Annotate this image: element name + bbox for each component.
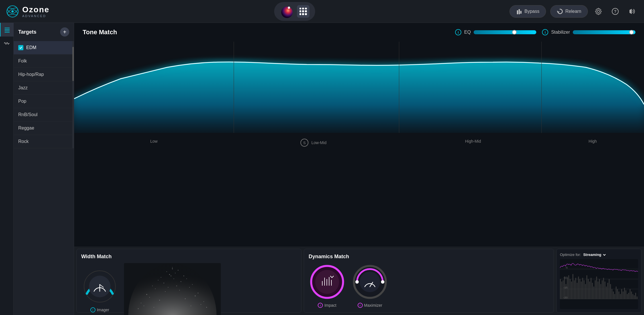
list-item[interactable]: EDM: [14, 41, 74, 54]
imager-info-icon[interactable]: i: [90, 307, 95, 312]
scrollbar[interactable]: [72, 41, 74, 148]
stabilizer-slider-thumb[interactable]: [629, 30, 634, 35]
tone-match-header: Tone Match i EQ i Stabilizer: [74, 23, 644, 42]
eq-slider[interactable]: [474, 30, 536, 34]
svg-point-9: [597, 10, 600, 13]
imager-knob-svg: [81, 268, 118, 305]
stabilizer-info-icon[interactable]: i: [542, 29, 548, 35]
s-badge: S: [300, 139, 308, 147]
svg-point-56: [191, 306, 191, 306]
s-badge-container: S Low-Mid: [300, 139, 326, 147]
grid-view-button[interactable]: [297, 5, 309, 18]
eq-info-icon[interactable]: i: [455, 29, 461, 35]
svg-point-28: [146, 294, 147, 295]
audio-icon-button[interactable]: [626, 5, 638, 18]
target-item-label: Jazz: [18, 85, 28, 90]
impact-knob-container: i Impact: [309, 263, 346, 308]
svg-point-25: [184, 276, 184, 276]
svg-rect-116: [616, 286, 617, 299]
svg-rect-129: [634, 295, 635, 299]
svg-rect-76: [560, 279, 561, 299]
list-item[interactable]: Hip-hop/Rap: [14, 68, 74, 81]
svg-rect-82: [568, 275, 569, 299]
svg-rect-125: [628, 293, 629, 299]
svg-point-37: [175, 273, 176, 273]
svg-point-54: [185, 298, 186, 299]
add-target-button[interactable]: +: [60, 27, 69, 37]
sidebar-tab-list[interactable]: [0, 23, 14, 37]
dynamics-match-title: Dynamics Match: [309, 254, 549, 260]
svg-point-36: [169, 274, 170, 275]
optimize-header: Optimize for: Streaming: [560, 253, 638, 257]
freq-label-high: High: [589, 139, 597, 144]
svg-rect-124: [627, 294, 628, 299]
logo-area: Ozone ADVANCED: [6, 5, 80, 18]
freq-label-low: Low: [150, 139, 158, 144]
svg-rect-91: [581, 282, 582, 299]
svg-point-35: [186, 278, 187, 279]
settings-button[interactable]: [592, 5, 605, 18]
sidebar-tab-waves[interactable]: [0, 37, 14, 50]
svg-rect-127: [631, 292, 632, 299]
gear-icon: [595, 8, 602, 15]
target-item-label: Folk: [18, 58, 27, 63]
svg-point-50: [176, 286, 177, 286]
list-item[interactable]: RnB/Soul: [14, 108, 74, 122]
impact-knob[interactable]: [309, 263, 346, 300]
svg-rect-120: [621, 289, 622, 299]
list-item[interactable]: Rock: [14, 135, 74, 148]
relearn-button[interactable]: Relearn: [550, 5, 588, 18]
eq-chart: Low S Low-Mid High-Mid High: [74, 42, 644, 139]
svg-point-41: [189, 287, 190, 288]
svg-rect-115: [614, 294, 615, 299]
impact-label-group: i Impact: [318, 303, 336, 308]
imager-knob[interactable]: [81, 268, 118, 305]
eq-slider-thumb[interactable]: [512, 30, 517, 35]
svg-point-49: [168, 287, 168, 288]
maximizer-knob-svg: [351, 263, 388, 300]
svg-point-22: [166, 271, 167, 272]
svg-point-52: [179, 290, 180, 290]
maximizer-knob-container: i Maximizer: [351, 263, 388, 308]
header-center: [85, 2, 504, 21]
list-item[interactable]: Folk: [14, 54, 74, 68]
svg-point-53: [159, 300, 160, 301]
eq-label: EQ: [464, 30, 471, 35]
stabilizer-control-group: i Stabilizer: [542, 29, 635, 35]
scrollbar-thumb[interactable]: [72, 47, 74, 81]
target-list: EDM Folk Hip-hop/Rap Jazz Pop: [14, 41, 74, 148]
svg-point-30: [141, 303, 141, 303]
svg-rect-92: [582, 278, 583, 299]
svg-rect-100: [593, 286, 594, 299]
bypass-button[interactable]: Bypass: [510, 5, 546, 18]
color-orb-button[interactable]: [280, 4, 294, 19]
maximizer-label: Maximizer: [364, 303, 382, 308]
stabilizer-slider[interactable]: [573, 30, 635, 34]
impact-knob-svg: [309, 263, 346, 300]
ozone-logo-icon: [6, 5, 19, 18]
bypass-label: Bypass: [525, 9, 539, 14]
relearn-label: Relearn: [565, 9, 581, 14]
svg-point-29: [198, 293, 198, 293]
bypass-icon: [516, 8, 522, 15]
svg-point-67: [355, 280, 359, 284]
svg-point-5: [288, 7, 290, 9]
maximizer-info-icon[interactable]: i: [358, 303, 363, 308]
svg-rect-87: [575, 278, 576, 299]
maximizer-knob[interactable]: [351, 263, 388, 300]
svg-rect-8: [520, 11, 521, 14]
list-item[interactable]: Jazz: [14, 81, 74, 95]
svg-rect-96: [588, 279, 589, 299]
target-item-label: RnB/Soul: [18, 112, 38, 117]
svg-rect-119: [620, 294, 621, 299]
svg-point-4: [281, 7, 293, 18]
impact-info-icon[interactable]: i: [318, 303, 323, 308]
list-item[interactable]: Pop: [14, 95, 74, 108]
dynamics-content: i Impact: [309, 263, 549, 308]
optimize-dropdown[interactable]: Streaming: [583, 253, 607, 257]
list-item[interactable]: Reggae: [14, 122, 74, 135]
help-button[interactable]: ?: [609, 5, 621, 18]
svg-rect-86: [574, 280, 575, 299]
svg-rect-106: [602, 280, 603, 299]
scrollbar-container: EDM Folk Hip-hop/Rap Jazz Pop: [14, 41, 74, 148]
